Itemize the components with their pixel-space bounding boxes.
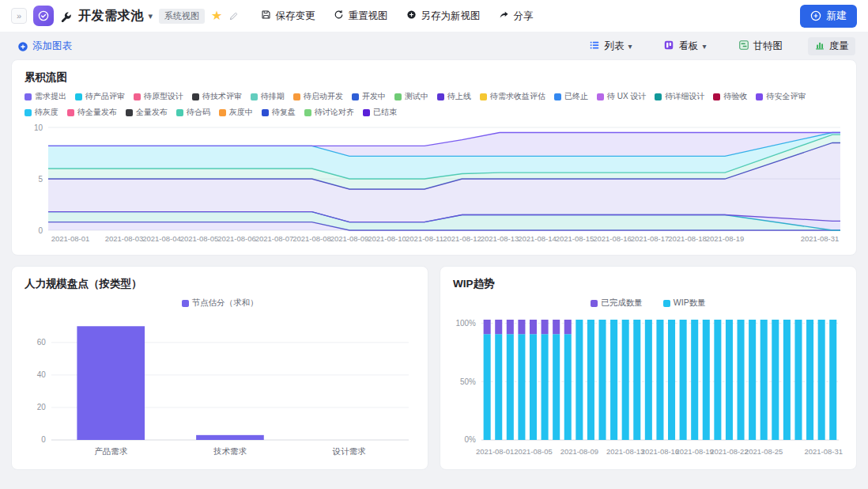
cumulative-flow-chart[interactable]: 05102021-08-012021-08-032021-08-042021-0… <box>25 121 843 248</box>
svg-text:产品需求: 产品需求 <box>94 447 127 456</box>
legend-swatch <box>176 109 183 116</box>
legend-item[interactable]: 待验收 <box>713 91 747 102</box>
legend-swatch <box>67 109 74 116</box>
wrench-icon <box>60 10 72 22</box>
create-new-button[interactable]: 新建 <box>800 5 857 28</box>
svg-text:20: 20 <box>37 403 47 411</box>
wip-legend: 已完成数量WIP数量 <box>453 298 843 309</box>
svg-text:2021-08-05: 2021-08-05 <box>180 234 219 243</box>
legend-label: 待详细设计 <box>665 91 704 102</box>
svg-text:2021-08-25: 2021-08-25 <box>745 447 783 456</box>
legend-item[interactable]: 待合码 <box>176 107 210 118</box>
legend-label: 全量发布 <box>136 107 168 118</box>
toolbar-save-button[interactable]: 保存变更 <box>261 9 315 23</box>
legend-item[interactable]: 开发中 <box>352 91 386 102</box>
legend-swatch <box>591 300 598 307</box>
legend-item[interactable]: 待原型设计 <box>134 91 183 102</box>
legend-item[interactable]: 待复盘 <box>262 107 296 118</box>
svg-text:2021-08-12: 2021-08-12 <box>443 234 481 243</box>
legend-item[interactable]: 待全量发布 <box>67 107 117 118</box>
svg-text:2021-08-08: 2021-08-08 <box>292 234 331 243</box>
toolbar-reset-button[interactable]: 重置视图 <box>334 9 387 23</box>
legend-label: 待灰度 <box>35 107 58 118</box>
legend-item[interactable]: 已结束 <box>363 107 397 118</box>
legend-item[interactable]: 测试中 <box>394 91 428 102</box>
legend-item[interactable]: 待技术评审 <box>192 91 242 102</box>
legend-item[interactable]: 待讨论对齐 <box>304 107 354 118</box>
legend-swatch <box>394 93 402 100</box>
flow-legend: 需求提出待产品评审待原型设计待技术评审待排期待启动开发开发中测试中待上线待需求收… <box>25 91 843 118</box>
legend-item[interactable]: 待排期 <box>251 91 285 102</box>
title-dropdown-caret[interactable]: ▾ <box>149 11 153 21</box>
legend-swatch <box>219 109 226 116</box>
view-tab-board[interactable]: 看板▾ <box>657 37 712 55</box>
subheader: 添加图表 列表▾看板▾甘特图度量 <box>0 32 868 59</box>
view-tab-metric[interactable]: 度量 <box>808 37 855 55</box>
legend-label: 已结束 <box>373 107 397 118</box>
edit-pencil-icon[interactable] <box>228 11 239 21</box>
svg-text:2021-08-01: 2021-08-01 <box>476 447 514 456</box>
view-tab-gantt[interactable]: 甘特图 <box>732 37 790 55</box>
check-circle-icon <box>37 9 50 22</box>
toolbar-share-button[interactable]: 分享 <box>499 9 533 23</box>
svg-text:2021-08-11: 2021-08-11 <box>406 234 443 243</box>
toolbar-label: 另存为新视图 <box>421 9 480 23</box>
legend-item[interactable]: 需求提出 <box>25 91 66 102</box>
legend-label: 需求提出 <box>35 91 66 102</box>
svg-text:2021-08-09: 2021-08-09 <box>330 234 369 243</box>
legend-item[interactable]: 待 UX 设计 <box>597 91 646 102</box>
svg-text:2021-08-10: 2021-08-10 <box>368 234 406 243</box>
svg-text:2021-08-31: 2021-08-31 <box>805 447 843 456</box>
legend-item[interactable]: 待上线 <box>437 91 471 102</box>
legend-swatch <box>182 300 189 307</box>
legend-item[interactable]: 灰度中 <box>219 107 253 118</box>
legend-label: 已完成数量 <box>601 298 643 309</box>
legend-swatch <box>713 93 720 100</box>
toolbar-save-as-button[interactable]: 另存为新视图 <box>406 9 480 23</box>
legend-swatch <box>304 109 311 116</box>
plus-circle-icon <box>17 41 28 52</box>
manpower-card: 人力规模盘点（按类型） 节点估分（求和） 0204060产品需求技术需求设计需求 <box>11 266 428 470</box>
svg-text:0: 0 <box>41 435 46 444</box>
legend-item[interactable]: 待产品评审 <box>75 91 125 102</box>
svg-text:2021-08-09: 2021-08-09 <box>560 447 598 456</box>
svg-text:2021-08-16: 2021-08-16 <box>593 234 632 243</box>
legend-swatch <box>437 93 444 100</box>
legend-item[interactable]: 节点估分（求和） <box>182 298 259 309</box>
legend-label: 节点估分（求和） <box>192 298 259 309</box>
legend-item[interactable]: 已完成数量 <box>591 298 643 309</box>
legend-item[interactable]: 待启动开发 <box>293 91 343 102</box>
legend-item[interactable]: 全量发布 <box>126 107 168 118</box>
legend-label: 待复盘 <box>272 107 296 118</box>
legend-item[interactable]: 已终止 <box>554 91 588 102</box>
svg-text:2021-08-05: 2021-08-05 <box>514 447 552 456</box>
wip-card: WIP趋势 已完成数量WIP数量 0%50%100%2021-08-012021… <box>440 266 857 470</box>
legend-swatch <box>251 93 258 100</box>
toolbar-label: 保存变更 <box>275 9 315 23</box>
legend-item[interactable]: 待需求收益评估 <box>480 91 545 102</box>
legend-item[interactable]: WIP数量 <box>663 298 706 309</box>
legend-swatch <box>25 93 32 100</box>
favorite-star-icon[interactable]: ★ <box>211 9 222 22</box>
legend-item[interactable]: 待详细设计 <box>655 91 704 102</box>
share-icon <box>499 9 509 22</box>
view-toolbar: 保存变更重置视图另存为新视图分享 <box>261 9 533 23</box>
wip-trend-chart[interactable]: 0%50%100%2021-08-012021-08-052021-08-092… <box>453 310 843 463</box>
legend-label: 待产品评审 <box>85 91 125 102</box>
legend-item[interactable]: 待安全评审 <box>756 91 806 102</box>
view-tab-list[interactable]: 列表▾ <box>583 37 638 55</box>
svg-text:40: 40 <box>37 370 47 379</box>
svg-text:2021-08-04: 2021-08-04 <box>142 234 181 243</box>
legend-swatch <box>75 93 82 100</box>
legend-label: 待验收 <box>723 91 747 102</box>
toolbar-label: 分享 <box>513 9 533 23</box>
legend-swatch <box>126 109 133 116</box>
svg-text:2021-08-19: 2021-08-19 <box>676 447 714 456</box>
save-as-icon <box>406 9 417 22</box>
add-chart-button[interactable]: 添加图表 <box>13 39 77 54</box>
svg-text:100%: 100% <box>455 319 476 328</box>
svg-text:50%: 50% <box>460 377 476 386</box>
manpower-bar-chart[interactable]: 0204060产品需求技术需求设计需求 <box>25 310 415 463</box>
legend-item[interactable]: 待灰度 <box>25 107 58 118</box>
sidebar-expand-button[interactable]: » <box>11 8 27 24</box>
